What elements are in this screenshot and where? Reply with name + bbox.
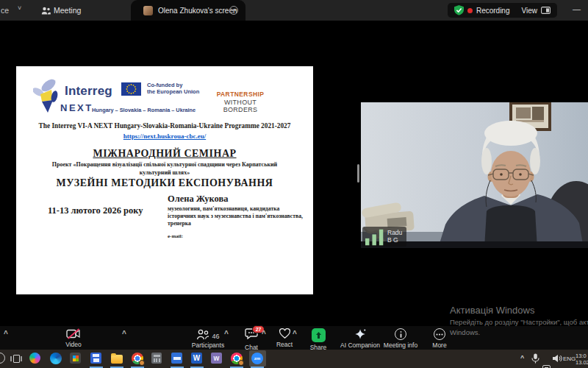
programme-title: The Interreg VI-A NEXT Hungary-Slovakia-… <box>16 122 313 130</box>
programme-link: https://next.huskroua-cbc.eu/ <box>16 132 313 140</box>
tab-olena-zhukova-screen[interactable]: Olena Zhukova's screen <box>131 0 245 21</box>
email-label: e-mail: <box>168 233 183 239</box>
info-icon <box>395 328 406 340</box>
audio-options-caret-icon[interactable]: ^ <box>4 330 8 338</box>
tray-app-icon[interactable] <box>542 365 551 368</box>
top-tab-bar: ce ˅ Meeting Olena Zhukova's screen Reco… <box>0 0 588 21</box>
microphone-tray-icon[interactable] <box>531 353 540 364</box>
purple-w-app-icon[interactable]: w <box>211 353 223 364</box>
file-explorer-icon[interactable] <box>111 353 123 364</box>
minimize-icon[interactable]: — <box>573 4 581 13</box>
event-dates: 11-13 лютого 2026 року <box>48 205 143 216</box>
view-button[interactable]: View <box>522 7 538 15</box>
recording-dot-icon <box>467 8 473 13</box>
zoom-app-icon[interactable]: zm <box>251 353 263 364</box>
save-app-icon[interactable] <box>90 353 102 364</box>
partnership-logo: PARTNERSHIP WITHOUT BORDERS <box>209 91 272 113</box>
chrome-profile2-icon[interactable] <box>231 353 243 364</box>
microsoft-store-icon[interactable] <box>70 353 82 364</box>
meeting-info-button[interactable]: Meeting info <box>379 328 423 349</box>
meeting-people-icon <box>41 7 51 15</box>
task-view-icon[interactable] <box>10 354 22 364</box>
start-search-icon[interactable] <box>0 353 5 364</box>
project-subtitle: Проект «Покращення візуалізації спільної… <box>43 161 286 177</box>
avatar <box>143 6 153 15</box>
eu-flag-icon <box>121 82 141 96</box>
edge-browser-icon[interactable] <box>50 353 62 364</box>
interreg-pinwheel-logo <box>33 78 58 113</box>
speaker-icon[interactable] <box>553 354 562 363</box>
tray-caret-icon[interactable]: ^ <box>520 354 524 361</box>
workspace-text: ce <box>1 6 9 15</box>
cofunded-text: Co-funded by the European Union <box>147 82 199 95</box>
participant-name-label: Radu B G <box>362 227 406 247</box>
video-button[interactable]: Video <box>59 328 88 348</box>
speaker-name: Олена Жукова <box>168 194 229 205</box>
meeting-status-pill: Recording View <box>448 3 557 18</box>
calculator-icon[interactable] <box>151 353 163 364</box>
seminar-title: МІЖНАРОДНИЙ СЕМІНАР <box>16 148 313 160</box>
share-screen-button[interactable]: Share <box>302 328 334 351</box>
programme-countries: Hungary – Slovakia – Romania – Ukraine <box>92 107 196 113</box>
chrome-icon[interactable] <box>132 353 143 364</box>
zoom-app-window: ce ˅ Meeting Olena Zhukova's screen Reco… <box>0 0 588 368</box>
participants-button[interactable]: 46 Participants <box>187 328 229 349</box>
participants-caret-icon[interactable]: ^ <box>224 330 229 338</box>
next-label: NEXT <box>60 102 93 113</box>
speaker-bio: музеологиня, пам'яткознавиця, кандидатка… <box>168 205 303 227</box>
panel-divider-handle[interactable] <box>357 164 359 183</box>
interreg-wordmark: Interreg <box>65 84 112 99</box>
connection-signal-icon <box>365 227 385 245</box>
windows-taskbar: W w zm ^ ENG <box>0 350 588 368</box>
language-indicator[interactable]: ENG <box>563 355 576 362</box>
ai-sparkle-icon <box>354 328 367 340</box>
tab-meeting[interactable]: Meeting <box>54 6 81 15</box>
main-title: МУЗЕЙНІ МЕТОДИКИ ЕКСПОНУВАННЯ <box>16 177 313 189</box>
word-icon[interactable]: W <box>191 353 203 364</box>
video-options-caret-icon[interactable]: ^ <box>122 330 126 338</box>
more-ellipsis-icon <box>434 328 445 340</box>
participants-icon <box>196 329 209 340</box>
windows-activation-watermark: Активація Windows Перейдіть до розділу "… <box>450 305 588 336</box>
recording-indicator[interactable]: Recording <box>476 7 510 15</box>
security-shield-icon[interactable] <box>454 5 464 15</box>
chevron-down-icon[interactable]: ˅ <box>18 4 21 12</box>
copilot-icon[interactable] <box>29 353 41 364</box>
tab-minimize-icon[interactable] <box>229 6 238 15</box>
heart-icon <box>279 328 291 339</box>
ai-companion-button[interactable]: AI Companion <box>337 328 384 349</box>
camera-off-icon <box>66 328 81 339</box>
view-layout-icon[interactable] <box>541 7 551 14</box>
taskbar-clock[interactable]: 13:0 13.02.2 <box>576 353 588 366</box>
participant-video-tile[interactable]: Radu B G <box>361 102 588 248</box>
react-caret-icon[interactable]: ^ <box>293 330 297 338</box>
chat-caret-icon[interactable]: ^ <box>262 330 266 338</box>
participants-count: 46 <box>212 333 219 340</box>
presentation-slide: Interreg Co-funded by the European Union… <box>16 66 313 294</box>
mail-app-icon[interactable] <box>171 353 183 364</box>
share-icon <box>312 328 326 342</box>
